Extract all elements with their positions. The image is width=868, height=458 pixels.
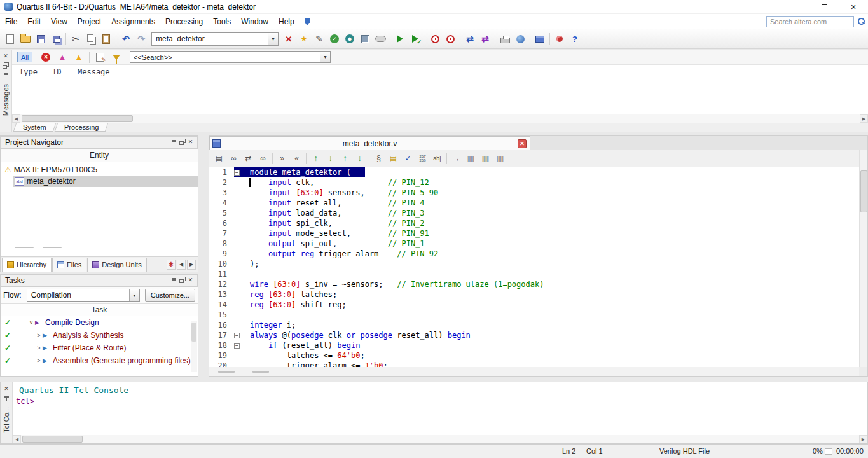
scroll-right-icon[interactable]: ▶ xyxy=(860,114,868,123)
start-analysis-icon[interactable]: ✓ xyxy=(408,31,423,46)
code-text[interactable]: always @(posedge clk or posedge reset_al… xyxy=(242,330,471,340)
debug-icon[interactable] xyxy=(552,31,567,46)
task-column-header[interactable]: Task xyxy=(1,303,198,316)
assignment-editor-icon[interactable]: ✎ xyxy=(312,31,327,46)
scroll-track[interactable] xyxy=(21,435,859,443)
code-line[interactable]: 1−module meta_detektor ( xyxy=(209,167,859,177)
menu-processing[interactable]: Processing xyxy=(160,15,208,29)
export-assignments-icon[interactable]: ⇄ xyxy=(478,31,493,46)
open-file-icon[interactable] xyxy=(18,31,33,46)
print-icon[interactable] xyxy=(497,31,513,46)
tab-processing[interactable]: Processing xyxy=(54,123,108,132)
increase-indent-icon[interactable]: » xyxy=(275,151,289,165)
code-line[interactable]: 5 input load_data, // PIN_3 xyxy=(209,208,859,218)
menu-window[interactable]: Window xyxy=(236,15,273,29)
code-text[interactable]: ); xyxy=(242,259,259,269)
code-text[interactable]: input clk, // PIN_12 xyxy=(242,177,429,188)
goto-line-icon[interactable]: → xyxy=(449,151,464,165)
attach-file-icon[interactable]: § xyxy=(371,151,386,165)
code-text[interactable] xyxy=(242,310,250,320)
flow-combo[interactable]: Compilation ▾ xyxy=(27,289,140,302)
undo-icon[interactable]: ↶ xyxy=(118,31,134,46)
fold-margin[interactable]: − xyxy=(232,330,242,340)
code-area[interactable]: 1−module meta_detektor (2 input clk, // … xyxy=(209,167,859,367)
pin-panel-icon[interactable] xyxy=(170,276,178,284)
filter-messages-button[interactable] xyxy=(108,55,125,60)
scroll-track[interactable] xyxy=(20,114,860,123)
chevron-down-icon[interactable]: ▾ xyxy=(320,52,330,62)
help-icon[interactable]: ? xyxy=(567,31,582,46)
line-numbers-icon[interactable]: 267266 xyxy=(415,151,430,165)
project-combo[interactable]: meta_detektor ▾ xyxy=(151,32,279,46)
scroll-thumb[interactable] xyxy=(860,170,867,212)
message-search-input[interactable] xyxy=(130,53,320,61)
editor-tab[interactable]: meta_detektor.v ✕ xyxy=(209,136,530,150)
altera-search-input[interactable] xyxy=(766,16,854,27)
code-line[interactable]: 7 input mode_select, // PIN_91 xyxy=(209,228,859,239)
code-line[interactable]: 19 latches <= 64'b0; xyxy=(209,350,859,361)
menu-project[interactable]: Project xyxy=(72,15,106,29)
maximize-button[interactable] xyxy=(809,0,839,14)
timequest-icon[interactable] xyxy=(427,31,443,46)
code-line[interactable]: 16integer i; xyxy=(209,320,859,330)
editor-settings-icon[interactable]: ▥ xyxy=(493,151,507,165)
code-text[interactable]: input mode_select, // PIN_91 xyxy=(242,228,429,239)
stop-icon[interactable] xyxy=(373,31,388,46)
revisions-icon[interactable]: ✱ xyxy=(167,260,176,270)
code-text[interactable]: input reset_all, // PIN_4 xyxy=(242,198,425,208)
scroll-tabs-right-icon[interactable]: ▶ xyxy=(187,260,196,270)
splitter-grips[interactable] xyxy=(1,245,198,250)
search-icon[interactable] xyxy=(857,17,865,25)
tab-hierarchy[interactable]: Hierarchy xyxy=(2,258,52,272)
find-icon[interactable]: ∞ xyxy=(226,151,241,165)
insert-bookmark-icon[interactable]: ↑ xyxy=(308,151,323,165)
float-panel-icon[interactable] xyxy=(178,276,186,284)
task-row[interactable]: ✓>▶Fitter (Place & Route) xyxy=(1,342,198,354)
code-text[interactable]: latches <= 64'b0; xyxy=(242,350,365,361)
expand-icon[interactable]: > xyxy=(35,345,43,351)
menu-assignments[interactable]: Assignments xyxy=(106,15,160,29)
editor-hscrollbar[interactable] xyxy=(209,367,859,376)
code-text[interactable]: wire [63:0] s_inv = ~sensors; // Inverti… xyxy=(242,279,544,289)
chip-planner-icon[interactable]: ◆ xyxy=(342,31,357,46)
task-row[interactable]: ✓>▶Analysis & Synthesis xyxy=(1,329,198,342)
collapse-icon[interactable]: ∨ xyxy=(27,319,35,326)
tcl-console-body[interactable]: Quartus II Tcl Console tcl> xyxy=(13,382,867,435)
menu-file[interactable]: File xyxy=(0,15,22,29)
code-line[interactable]: 14reg [63:0] shift_reg; xyxy=(209,300,859,310)
close-button[interactable]: ✕ xyxy=(839,0,868,14)
device-tree-item[interactable]: ⚠ MAX II: EPM570T100C5 xyxy=(1,164,198,176)
tab-system[interactable]: System xyxy=(13,123,56,132)
netlist-viewer-icon[interactable] xyxy=(357,31,373,46)
stop-processing-icon[interactable]: ✕ xyxy=(281,31,296,46)
code-line[interactable]: 6 input spi_clk, // PIN_2 xyxy=(209,218,859,228)
code-text[interactable]: input [63:0] sensors, // PIN 5-90 xyxy=(242,188,438,198)
code-line[interactable]: 18− if (reset_all) begin xyxy=(209,340,859,350)
code-line[interactable]: 11 xyxy=(209,269,859,279)
tcl-hscrollbar[interactable]: ◀ ▶ xyxy=(13,435,867,443)
editor-vscrollbar[interactable] xyxy=(859,150,867,367)
pin-planner-icon[interactable]: ★ xyxy=(296,31,312,46)
code-line[interactable]: 20 trigger_alarm <= 1'b0; xyxy=(209,361,859,367)
fold-collapse-icon[interactable]: − xyxy=(234,343,240,349)
close-panel-icon[interactable]: ✕ xyxy=(186,276,195,284)
insert-template-icon[interactable]: ▤ xyxy=(386,151,401,165)
minimize-button[interactable]: – xyxy=(780,0,809,14)
replace-icon[interactable]: ⇄ xyxy=(241,151,256,165)
task-row[interactable]: ✓>▶Assembler (Generate programming files… xyxy=(1,354,198,367)
entity-column-header[interactable]: Entity xyxy=(1,149,198,162)
fold-margin[interactable]: − xyxy=(232,340,242,350)
code-text[interactable]: reg [63:0] latches; xyxy=(242,289,337,300)
tcl-prompt[interactable]: tcl> xyxy=(16,397,34,406)
paste-icon[interactable] xyxy=(99,31,114,46)
scroll-left-icon[interactable]: ◀ xyxy=(13,435,21,443)
save-icon[interactable] xyxy=(33,31,48,46)
messages-list[interactable] xyxy=(12,79,868,114)
pin-panel-icon[interactable] xyxy=(2,71,10,79)
filter-warnings-button[interactable]: ▲ xyxy=(71,53,87,61)
code-line[interactable]: 3 input [63:0] sensors, // PIN 5-90 xyxy=(209,188,859,198)
clear-bookmarks-icon[interactable]: ↓ xyxy=(352,151,367,165)
menu-view[interactable]: View xyxy=(46,15,72,29)
chevron-down-icon[interactable]: ▾ xyxy=(129,289,139,301)
filter-errors-button[interactable]: ✕ xyxy=(38,53,54,62)
